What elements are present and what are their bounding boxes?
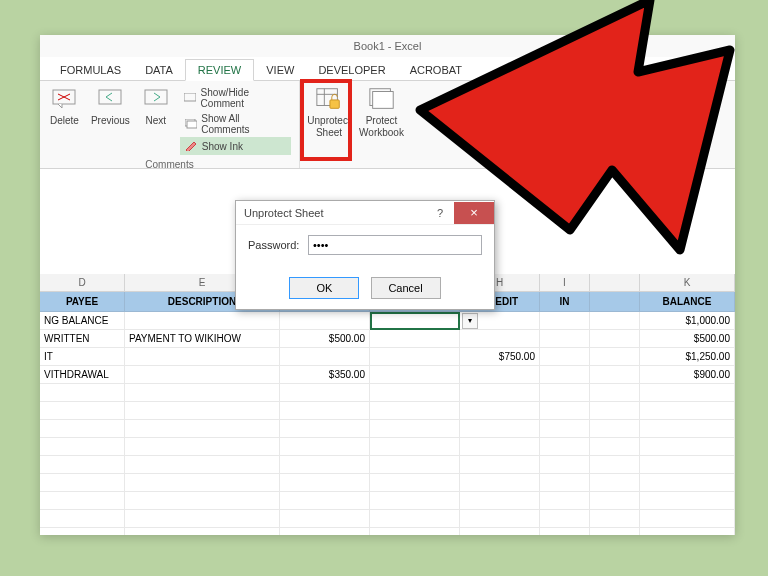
dialog-titlebar: Unprotect Sheet ? × xyxy=(236,201,494,225)
cell-debit[interactable]: $500.00 xyxy=(280,330,370,348)
protect-workbook-label: Protect Workbook xyxy=(359,115,404,139)
cell-balance[interactable]: $1,250.00 xyxy=(640,348,735,366)
cell-credit[interactable]: $750.00 xyxy=(460,348,540,366)
col-header-k[interactable]: K xyxy=(640,274,735,291)
col-header-j[interactable] xyxy=(590,274,640,291)
cell-expense[interactable] xyxy=(370,348,460,366)
tab-review[interactable]: REVIEW xyxy=(185,59,254,81)
unprotect-sheet-label: Unprotect Sheet xyxy=(307,115,350,139)
unprotect-sheet-button[interactable]: Unprotect Sheet xyxy=(304,83,354,141)
empty-row[interactable] xyxy=(40,420,735,438)
header-in: IN xyxy=(540,292,590,312)
cell-expense[interactable] xyxy=(370,330,460,348)
spreadsheet[interactable]: D E F G H I K PAYEE DESCRIPTION DEBIT EX… xyxy=(40,274,735,535)
cell-balance[interactable]: $1,000.00 xyxy=(640,312,735,330)
tab-developer[interactable]: DEVELOPER xyxy=(306,60,397,80)
show-ink-button[interactable]: Show Ink xyxy=(180,137,291,155)
tab-view[interactable]: VIEW xyxy=(254,60,306,80)
comment-icon xyxy=(184,91,197,105)
empty-row[interactable] xyxy=(40,510,735,528)
tab-data[interactable]: DATA xyxy=(133,60,185,80)
svg-rect-5 xyxy=(184,93,196,101)
col-header-d[interactable]: D xyxy=(40,274,125,291)
protect-workbook-button[interactable]: Protect Workbook xyxy=(354,83,409,141)
tab-acrobat[interactable]: ACROBAT xyxy=(398,60,474,80)
cell-credit[interactable] xyxy=(460,366,540,384)
unprotect-sheet-dialog: Unprotect Sheet ? × Password: OK Cancel xyxy=(235,200,495,310)
password-label: Password: xyxy=(248,239,308,251)
cell-description[interactable] xyxy=(125,348,280,366)
ribbon: Delete Previous Next xyxy=(40,81,735,169)
dialog-title-text: Unprotect Sheet xyxy=(244,207,324,219)
dialog-button-row: OK Cancel xyxy=(236,277,494,309)
ok-button[interactable]: OK xyxy=(289,277,359,299)
cell-payee[interactable]: WRITTEN xyxy=(40,330,125,348)
cell-payee[interactable]: VITHDRAWAL xyxy=(40,366,125,384)
cell-expense[interactable] xyxy=(370,366,460,384)
comment-options-list: Show/Hide Comment Show All Comments Show… xyxy=(176,83,295,157)
next-comment-icon xyxy=(142,85,170,113)
cell-payee[interactable]: NG BALANCE xyxy=(40,312,125,330)
ink-icon xyxy=(184,139,198,153)
cell-debit[interactable]: $350.00 xyxy=(280,366,370,384)
table-row[interactable]: NG BALANCE$1,000.00 xyxy=(40,312,735,330)
unprotect-sheet-icon xyxy=(315,85,343,113)
svg-rect-4 xyxy=(145,90,167,104)
ribbon-tabs: FORMULAS DATA REVIEW VIEW DEVELOPER ACRO… xyxy=(40,57,735,81)
empty-row[interactable] xyxy=(40,402,735,420)
header-balance: BALANCE xyxy=(640,292,735,312)
empty-row[interactable] xyxy=(40,474,735,492)
cell-debit[interactable] xyxy=(280,312,370,330)
next-comment-button[interactable]: Next xyxy=(136,83,176,129)
cell-credit[interactable] xyxy=(460,330,540,348)
cell-description[interactable]: PAYMENT TO WIKIHOW xyxy=(125,330,280,348)
svg-rect-3 xyxy=(99,90,121,104)
svg-rect-7 xyxy=(187,121,197,128)
empty-row[interactable] xyxy=(40,492,735,510)
previous-comment-icon xyxy=(96,85,124,113)
previous-comment-label: Previous xyxy=(91,115,130,127)
col-header-i[interactable]: I xyxy=(540,274,590,291)
cell-description[interactable] xyxy=(125,312,280,330)
table-row[interactable]: VITHDRAWAL$350.00$900.00 xyxy=(40,366,735,384)
delete-comment-button[interactable]: Delete xyxy=(44,83,85,129)
ribbon-group-comments: Delete Previous Next xyxy=(40,81,300,168)
table-row[interactable]: IT$750.00$1,250.00 xyxy=(40,348,735,366)
ribbon-group-changes: Unprotect Sheet Protect Workbook xyxy=(300,81,413,168)
svg-rect-11 xyxy=(330,100,339,108)
empty-row[interactable] xyxy=(40,528,735,535)
previous-comment-button[interactable]: Previous xyxy=(85,83,136,129)
next-comment-label: Next xyxy=(146,115,167,127)
cell-balance[interactable]: $500.00 xyxy=(640,330,735,348)
comments-all-icon xyxy=(184,117,197,131)
table-row[interactable]: WRITTENPAYMENT TO WIKIHOW$500.00$500.00 xyxy=(40,330,735,348)
show-hide-comment-button[interactable]: Show/Hide Comment xyxy=(180,85,291,111)
cell-description[interactable] xyxy=(125,366,280,384)
tab-formulas[interactable]: FORMULAS xyxy=(48,60,133,80)
excel-window: Book1 - Excel FORMULAS DATA REVIEW VIEW … xyxy=(40,35,735,535)
empty-row[interactable] xyxy=(40,456,735,474)
dialog-help-button[interactable]: ? xyxy=(426,202,454,224)
cell-balance[interactable]: $900.00 xyxy=(640,366,735,384)
window-title: Book1 - Excel xyxy=(40,35,735,57)
protect-workbook-icon xyxy=(368,85,396,113)
header-payee: PAYEE xyxy=(40,292,125,312)
cell-dropdown-handle[interactable]: ▾ xyxy=(462,313,478,329)
cancel-button[interactable]: Cancel xyxy=(371,277,441,299)
svg-rect-13 xyxy=(372,92,393,109)
delete-comment-icon xyxy=(50,85,78,113)
dialog-close-button[interactable]: × xyxy=(454,202,494,224)
comments-group-label: Comments xyxy=(44,157,295,172)
empty-row[interactable] xyxy=(40,438,735,456)
show-all-comments-button[interactable]: Show All Comments xyxy=(180,111,291,137)
empty-row[interactable] xyxy=(40,384,735,402)
cell-expense[interactable] xyxy=(370,312,460,330)
cell-debit[interactable] xyxy=(280,348,370,366)
password-input[interactable] xyxy=(308,235,482,255)
delete-comment-label: Delete xyxy=(50,115,79,127)
cell-payee[interactable]: IT xyxy=(40,348,125,366)
